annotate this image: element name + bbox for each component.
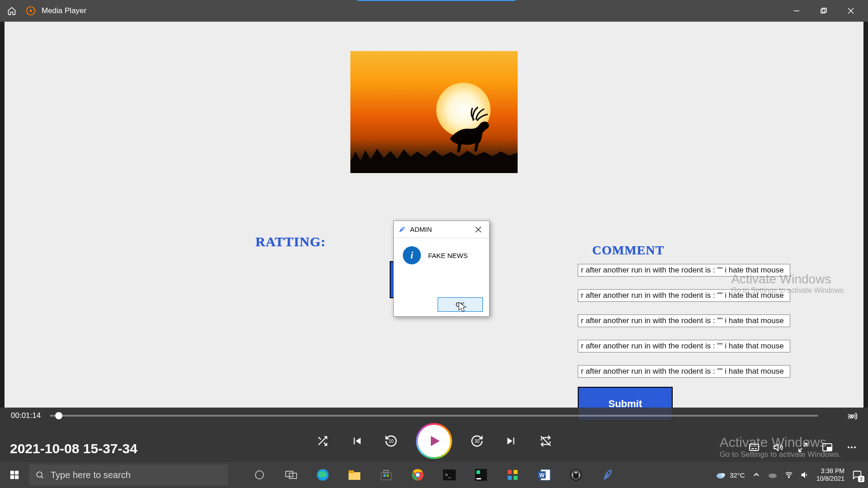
svg-rect-25: [15, 475, 19, 479]
svg-rect-36: [383, 474, 386, 477]
obs-icon[interactable]: [562, 464, 590, 486]
ratting-label: RATTING:: [255, 234, 326, 249]
terminal-icon[interactable]: >_: [436, 464, 463, 486]
svg-point-59: [788, 477, 789, 478]
svg-text:W: W: [539, 472, 545, 479]
skip-forward-30-button[interactable]: 30: [469, 433, 485, 449]
tk-app-icon[interactable]: [594, 464, 621, 486]
subtitles-button[interactable]: [749, 442, 760, 455]
svg-rect-24: [10, 475, 14, 479]
svg-text:>_: >_: [445, 472, 451, 478]
timecode: 00:01:14: [11, 411, 41, 420]
svg-rect-33: [349, 470, 354, 473]
skip-fwd-amount: 30: [474, 439, 479, 444]
edge-icon[interactable]: [309, 464, 336, 486]
task-view-icon[interactable]: [278, 464, 305, 486]
svg-point-58: [769, 474, 777, 478]
comment-label: COMMENT: [592, 243, 664, 258]
watermark-title: Activate Windows: [731, 272, 845, 286]
app-title: Media Player: [42, 6, 86, 15]
minimize-button[interactable]: [783, 0, 810, 22]
notifications-button[interactable]: 3: [851, 469, 863, 481]
chrome-icon[interactable]: [404, 464, 431, 486]
comment-field-5[interactable]: [578, 365, 790, 378]
app-grid-icon[interactable]: [499, 464, 526, 486]
messagebox-ok-button[interactable]: OK: [438, 297, 483, 312]
svg-point-19: [848, 446, 849, 448]
video-frame: RATTING: COMMENT Submit Activate Windows…: [5, 22, 863, 408]
info-icon: i: [403, 246, 421, 264]
tray-chevron-icon[interactable]: [751, 470, 761, 480]
svg-rect-46: [508, 470, 512, 474]
volume-tray-icon[interactable]: [800, 470, 810, 480]
svg-line-16: [799, 448, 802, 451]
comment-field-3[interactable]: [578, 314, 790, 327]
taskbar-clock[interactable]: 3:38 PM 10/8/2021: [816, 467, 844, 483]
word-icon[interactable]: W: [531, 464, 558, 486]
next-button[interactable]: [504, 433, 519, 449]
svg-marker-60: [802, 473, 805, 478]
svg-point-20: [851, 446, 853, 448]
previous-button[interactable]: [349, 433, 364, 449]
deer-silhouette: [441, 103, 495, 153]
svg-rect-32: [349, 472, 360, 480]
comment-field-4[interactable]: [578, 340, 790, 352]
media-player-app-icon: [23, 3, 39, 19]
messagebox-titlebar[interactable]: ADMIN: [394, 221, 489, 238]
svg-rect-45: [476, 478, 481, 479]
shuffle-button[interactable]: [315, 433, 330, 449]
volume-button[interactable]: [773, 442, 784, 455]
close-button[interactable]: [837, 0, 864, 22]
ok-button-label: OK: [456, 301, 465, 308]
search-icon: [35, 470, 44, 479]
ms-store-icon[interactable]: [373, 464, 400, 486]
weather-widget[interactable]: 32°C: [715, 470, 745, 479]
svg-rect-44: [476, 470, 480, 474]
svg-rect-49: [514, 476, 518, 480]
mini-player-button[interactable]: [822, 442, 833, 455]
seek-bar[interactable]: [50, 415, 818, 417]
skip-back-amount: 10: [388, 439, 393, 444]
player-controls-overlay: 00:01:14 2021-10-08 15-37-34 10 30: [0, 408, 868, 462]
tk-feather-icon: [398, 226, 406, 233]
fullscreen-button[interactable]: [797, 442, 808, 455]
taskbar-apps: >_ W: [246, 464, 621, 486]
svg-line-15: [804, 443, 807, 446]
player-right-controls: [749, 442, 857, 455]
svg-rect-34: [381, 473, 391, 480]
pycharm-icon[interactable]: [467, 464, 495, 486]
repeat-button[interactable]: [538, 433, 553, 449]
svg-point-57: [721, 473, 725, 477]
svg-rect-35: [384, 470, 388, 473]
svg-point-21: [854, 446, 856, 448]
start-button[interactable]: [0, 462, 29, 488]
maximize-button[interactable]: [810, 0, 837, 22]
svg-rect-48: [508, 476, 512, 480]
home-icon[interactable]: [4, 3, 20, 19]
transport-controls: 10 30: [315, 425, 553, 457]
play-button[interactable]: [418, 425, 450, 457]
activate-windows-watermark-inner: Activate Windows Go to Settings to activ…: [731, 272, 845, 295]
onedrive-icon[interactable]: [768, 470, 778, 480]
svg-marker-14: [774, 444, 778, 450]
cortana-icon[interactable]: [246, 464, 273, 486]
svg-point-28: [255, 471, 264, 479]
svg-rect-11: [750, 444, 759, 450]
svg-point-9: [851, 415, 854, 418]
skip-back-10-button[interactable]: 10: [383, 433, 399, 449]
search-placeholder: Type here to search: [51, 470, 131, 480]
svg-rect-18: [827, 447, 831, 450]
more-options-button[interactable]: [846, 442, 857, 455]
messagebox-close-button[interactable]: [472, 223, 485, 236]
messagebox-message: FAKE NEWS: [428, 252, 468, 259]
taskbar-search[interactable]: Type here to search: [29, 465, 228, 485]
titlebar: Media Player: [0, 0, 868, 22]
wifi-icon[interactable]: [784, 470, 794, 480]
cast-icon[interactable]: [847, 411, 857, 423]
window-top-accent: [357, 0, 515, 1]
file-explorer-icon[interactable]: [341, 464, 368, 486]
notifications-badge: 3: [858, 476, 864, 482]
seek-thumb[interactable]: [55, 412, 62, 419]
system-tray: 32°C 3:38 PM 10/8/2021 3: [715, 467, 868, 483]
weather-temp: 32°C: [730, 471, 745, 479]
